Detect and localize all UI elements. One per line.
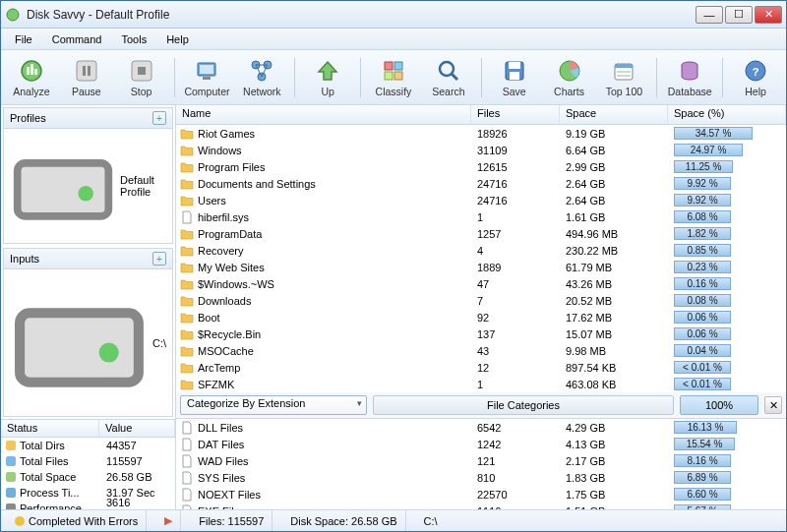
window-title: Disk Savvy - Default Profile <box>27 8 696 22</box>
folder-icon <box>180 194 194 207</box>
menu-file[interactable]: File <box>7 31 40 47</box>
table-row[interactable]: Boot9217.62 MB0.06 % <box>176 309 786 325</box>
table-row[interactable]: DAT Files12424.13 GB15.54 % <box>176 436 786 452</box>
stop-button[interactable]: Stop <box>115 53 168 102</box>
inputs-pane: Inputs+ C:\ <box>3 248 173 417</box>
up-button[interactable]: Up <box>301 53 354 102</box>
folder-icon <box>180 277 194 291</box>
status-path: C:\ <box>424 515 438 527</box>
value-col-header[interactable]: Value <box>99 420 175 437</box>
add-profile-button[interactable]: + <box>152 111 166 125</box>
status-row: Performance3616 Files/Sec <box>1 501 175 509</box>
profiles-pane: Profiles+ Default Profile <box>3 107 173 244</box>
svg-point-20 <box>440 62 454 76</box>
help-button[interactable]: ?Help <box>729 53 782 102</box>
status-text: Completed With Errors <box>29 515 138 527</box>
status-icon <box>5 455 17 467</box>
table-row[interactable]: Windows311096.64 GB24.97 % <box>176 142 786 158</box>
save-icon <box>502 58 527 84</box>
computer-button[interactable]: Computer <box>181 53 234 102</box>
svg-rect-18 <box>385 72 393 80</box>
disk-icon <box>10 133 116 239</box>
right-panel: Name Files Space Space (%) Riot Games189… <box>176 105 786 509</box>
file-icon <box>180 488 194 502</box>
classify-button[interactable]: Classify <box>367 53 420 102</box>
maximize-button[interactable]: ☐ <box>725 6 753 24</box>
svg-line-21 <box>452 74 457 80</box>
col-name[interactable]: Name <box>176 105 471 124</box>
svg-rect-37 <box>6 441 16 450</box>
top100-button[interactable]: Top 100 <box>597 53 650 102</box>
menu-command[interactable]: Command <box>44 31 110 47</box>
analyze-button[interactable]: Analyze <box>5 53 58 102</box>
status-row: Total Space26.58 GB <box>1 469 175 485</box>
svg-rect-23 <box>509 62 520 69</box>
database-button[interactable]: Database <box>663 53 716 102</box>
table-row[interactable]: $Windows.~WS4743.26 MB0.16 % <box>176 275 786 292</box>
search-button[interactable]: Search <box>422 53 475 102</box>
table-row[interactable]: hiberfil.sys11.61 GB6.08 % <box>176 208 786 225</box>
menu-help[interactable]: Help <box>158 31 197 47</box>
status-col-header[interactable]: Status <box>1 420 99 437</box>
svg-rect-5 <box>77 61 96 81</box>
col-pct[interactable]: Space (%) <box>668 105 786 124</box>
col-files[interactable]: Files <box>471 105 560 124</box>
table-row[interactable]: NOEXT Files225701.75 GB6.60 % <box>176 486 786 502</box>
statusbar: Completed With Errors ▶ Files: 115597 Di… <box>1 509 786 531</box>
table-row[interactable]: WAD Files1212.17 GB8.16 % <box>176 452 786 469</box>
table-row[interactable]: SYS Files8101.83 GB6.89 % <box>176 469 786 486</box>
folder-icon <box>180 378 194 391</box>
close-button[interactable]: ✕ <box>755 6 782 24</box>
svg-rect-2 <box>27 67 30 75</box>
status-grid: Status Value Total Dirs44357Total Files1… <box>1 419 175 509</box>
file-icon <box>180 421 194 435</box>
svg-rect-4 <box>34 69 37 75</box>
menu-tools[interactable]: Tools <box>113 31 154 47</box>
pause-button[interactable]: Pause <box>60 53 113 102</box>
file-categories-button[interactable]: File Categories <box>373 395 674 415</box>
categorize-combo[interactable]: Categorize By Extension <box>180 395 367 415</box>
classify-icon <box>381 58 406 84</box>
list-item[interactable]: C:\ <box>6 271 170 414</box>
folder-icon <box>180 177 194 191</box>
table-row[interactable]: SFZMK1463.08 KB< 0.01 % <box>176 376 786 392</box>
table-row[interactable]: Recovery4230.22 MB0.85 % <box>176 242 786 259</box>
svg-point-34 <box>78 186 92 201</box>
close-categories-button[interactable]: ✕ <box>764 396 782 414</box>
grid-header: Name Files Space Space (%) <box>176 105 786 125</box>
status-row: Total Files115597 <box>1 453 175 469</box>
network-button[interactable]: Network <box>235 53 288 102</box>
table-row[interactable]: My Web Sites188961.79 MB0.23 % <box>176 259 786 275</box>
col-space[interactable]: Space <box>560 105 668 124</box>
add-input-button[interactable]: + <box>152 252 166 266</box>
status-space: Disk Space: 26.58 GB <box>290 515 396 527</box>
table-row[interactable]: ProgramData1257494.96 MB1.82 % <box>176 225 786 242</box>
category-grid[interactable]: DLL Files65424.29 GB16.13 %DAT Files1242… <box>176 419 786 509</box>
main-grid[interactable]: Riot Games189269.19 GB34.57 %Windows3110… <box>176 125 786 392</box>
table-row[interactable]: Users247162.64 GB9.92 % <box>176 192 786 208</box>
table-row[interactable]: MSOCache439.98 MB0.04 % <box>176 342 786 359</box>
computer-icon <box>194 58 219 84</box>
folder-icon <box>180 144 194 157</box>
top100-icon <box>611 58 636 84</box>
help-icon: ? <box>743 58 768 84</box>
table-row[interactable]: EXE Files11161.51 GB5.67 % <box>176 502 786 509</box>
minimize-button[interactable]: — <box>696 6 723 24</box>
search-icon <box>436 58 461 84</box>
table-row[interactable]: ArcTemp12897.54 KB< 0.01 % <box>176 359 786 376</box>
charts-button[interactable]: Charts <box>543 53 596 102</box>
table-row[interactable]: Program Files126152.99 GB11.25 % <box>176 158 786 175</box>
svg-rect-6 <box>83 66 86 76</box>
folder-icon <box>180 294 194 308</box>
table-row[interactable]: Documents and Settings247162.64 GB9.92 % <box>176 175 786 192</box>
table-row[interactable]: Riot Games189269.19 GB34.57 % <box>176 125 786 142</box>
table-row[interactable]: $Recycle.Bin13715.07 MB0.06 % <box>176 325 786 342</box>
pct-button[interactable]: 100% <box>680 395 758 415</box>
table-row[interactable]: DLL Files65424.29 GB16.13 % <box>176 419 786 436</box>
svg-rect-9 <box>138 67 146 75</box>
list-item[interactable]: Default Profile <box>6 131 170 241</box>
save-button[interactable]: Save <box>488 53 541 102</box>
play-icon[interactable]: ▶ <box>164 514 172 527</box>
table-row[interactable]: Downloads720.52 MB0.08 % <box>176 292 786 309</box>
analyze-icon <box>19 58 44 84</box>
